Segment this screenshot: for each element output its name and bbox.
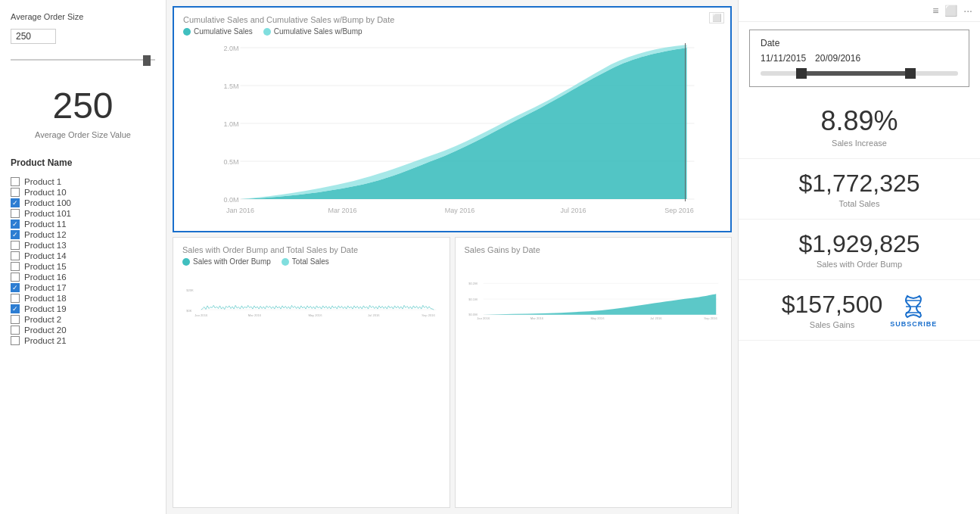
product-item[interactable]: Product 14 (11, 251, 155, 260)
product-checkbox[interactable] (11, 230, 20, 239)
product-checkbox[interactable] (11, 283, 20, 292)
more-icon[interactable]: ··· (963, 5, 972, 17)
bottom-charts-row: Sales with Order Bump and Total Sales by… (173, 237, 732, 508)
product-checkbox[interactable] (11, 315, 20, 324)
product-item[interactable]: Product 20 (11, 326, 155, 335)
product-item[interactable]: Product 1 (11, 177, 155, 186)
slider-label: Average Order Size (11, 12, 155, 21)
metric-order-bump: $1,929,825 Sales with Order Bump (739, 220, 980, 280)
product-checkbox[interactable] (11, 198, 20, 207)
svg-text:Jul 2016: Jul 2016 (368, 313, 380, 317)
product-name: Product 18 (24, 294, 67, 303)
chart1-legend-item1: Cumulative Sales (183, 27, 253, 36)
product-checkbox[interactable] (11, 326, 20, 335)
svg-text:Jan 2016: Jan 2016 (477, 316, 490, 320)
legend-dot-2 (263, 28, 271, 36)
svg-text:0.0M: 0.0M (224, 196, 239, 204)
product-item[interactable]: Product 13 (11, 241, 155, 250)
product-item[interactable]: Product 11 (11, 220, 155, 229)
product-checkbox[interactable] (11, 251, 20, 260)
date-end: 20/09/2016 (815, 53, 860, 64)
subscribe-button[interactable]: SUBSCRIBE (890, 293, 937, 328)
svg-text:May 2016: May 2016 (590, 316, 605, 320)
svg-text:2.0M: 2.0M (224, 45, 239, 52)
product-item[interactable]: Product 101 (11, 209, 155, 218)
product-name: Product 1 (24, 177, 61, 186)
svg-text:Jan 2016: Jan 2016 (226, 207, 254, 214)
svg-text:1.0M: 1.0M (224, 120, 239, 128)
product-checkbox[interactable] (11, 262, 20, 271)
product-checkbox[interactable] (11, 220, 20, 229)
svg-text:$0.0M: $0.0M (468, 313, 478, 316)
slider-thumb[interactable] (143, 55, 151, 66)
dna-svg-icon (900, 293, 927, 320)
cumulative-sales-chart: Cumulative Sales and Cumulative Sales w/… (173, 6, 732, 232)
legend-label-2: Cumulative Sales w/Bump (274, 27, 362, 36)
chart3-svg: $0.2M $0.1M $0.0M Jan 2016 Mar 2016 May … (465, 257, 723, 341)
chart2-legend: Sales with Order Bump Total Sales (182, 257, 440, 266)
subscribe-row: $157,500 Sales Gains SUBSCRIBE (754, 291, 965, 329)
svg-text:1.5M: 1.5M (224, 83, 239, 90)
product-checkbox[interactable] (11, 336, 20, 345)
date-slider-track[interactable] (761, 71, 958, 76)
date-widget: Date 11/11/2015 20/09/2016 (749, 30, 969, 87)
metric-value-total: $1,772,325 (754, 170, 965, 198)
product-name: Product 20 (24, 326, 67, 335)
product-item[interactable]: Product 10 (11, 188, 155, 197)
chart2-legend-dot-1 (182, 258, 190, 266)
product-name: Product 15 (24, 262, 67, 271)
big-value-label: Average Order Size Value (11, 130, 155, 139)
sales-gains-metric: $157,500 Sales Gains (782, 291, 882, 329)
product-checkbox[interactable] (11, 273, 20, 282)
product-item[interactable]: Product 2 (11, 315, 155, 324)
product-checkbox[interactable] (11, 241, 20, 250)
metric-label-bump: Sales with Order Bump (754, 260, 965, 269)
product-checkbox[interactable] (11, 188, 20, 197)
metric-total-sales: $1,772,325 Total Sales (739, 159, 980, 220)
slider-value-display: 250 (11, 29, 56, 44)
expand-icon[interactable]: ⬜ (944, 5, 957, 17)
svg-text:May 2016: May 2016 (308, 313, 322, 317)
product-item[interactable]: Product 21 (11, 336, 155, 345)
product-name: Product 17 (24, 283, 67, 292)
metric-value-gains: $157,500 (782, 291, 882, 319)
right-panel: ≡ ⬜ ··· Date 11/11/2015 20/09/2016 8.89%… (738, 0, 980, 514)
product-checkbox[interactable] (11, 304, 20, 313)
product-filter-label: Product Name (11, 157, 155, 168)
big-value-number: 250 (11, 88, 155, 124)
product-item[interactable]: Product 16 (11, 273, 155, 282)
product-checkbox[interactable] (11, 177, 20, 186)
product-item[interactable]: Product 19 (11, 304, 155, 313)
product-checkbox[interactable] (11, 294, 20, 303)
chart1-legend-item2: Cumulative Sales w/Bump (263, 27, 362, 36)
svg-text:Jan 2016: Jan 2016 (194, 313, 208, 317)
menu-icon[interactable]: ≡ (932, 5, 938, 17)
date-range: 11/11/2015 20/09/2016 (761, 53, 958, 64)
product-item[interactable]: Product 100 (11, 198, 155, 207)
product-item[interactable]: Product 18 (11, 294, 155, 303)
product-item[interactable]: Product 15 (11, 262, 155, 271)
product-item[interactable]: Product 12 (11, 230, 155, 239)
subscribe-text[interactable]: SUBSCRIBE (890, 320, 937, 328)
chart2-svg: $20K $0K Jan 2016 Mar 2016 May 2016 Jul … (182, 269, 440, 333)
svg-text:Mar 2016: Mar 2016 (530, 316, 543, 320)
slider-track (11, 59, 155, 61)
order-size-slider[interactable] (11, 53, 155, 67)
product-item[interactable]: Product 17 (11, 283, 155, 292)
chart2-legend-dot-2 (282, 258, 289, 266)
chart2-title: Sales with Order Bump and Total Sales by… (182, 245, 440, 254)
product-name: Product 13 (24, 241, 67, 250)
chart1-legend: Cumulative Sales Cumulative Sales w/Bump (183, 27, 721, 36)
date-slider-thumb-right[interactable] (905, 68, 916, 79)
product-name: Product 2 (24, 315, 61, 324)
product-checkbox[interactable] (11, 209, 20, 218)
chart1-icons: ⬜ (709, 12, 724, 23)
date-slider-fill (800, 71, 909, 76)
product-name: Product 14 (24, 251, 67, 260)
chart1-expand-icon[interactable]: ⬜ (709, 12, 724, 23)
chart2-legend-item2: Total Sales (282, 257, 329, 266)
svg-text:Sep 2016: Sep 2016 (422, 313, 435, 317)
svg-text:Mar 2016: Mar 2016 (248, 313, 262, 317)
date-slider-thumb-left[interactable] (796, 68, 807, 79)
legend-dot-1 (183, 28, 191, 36)
